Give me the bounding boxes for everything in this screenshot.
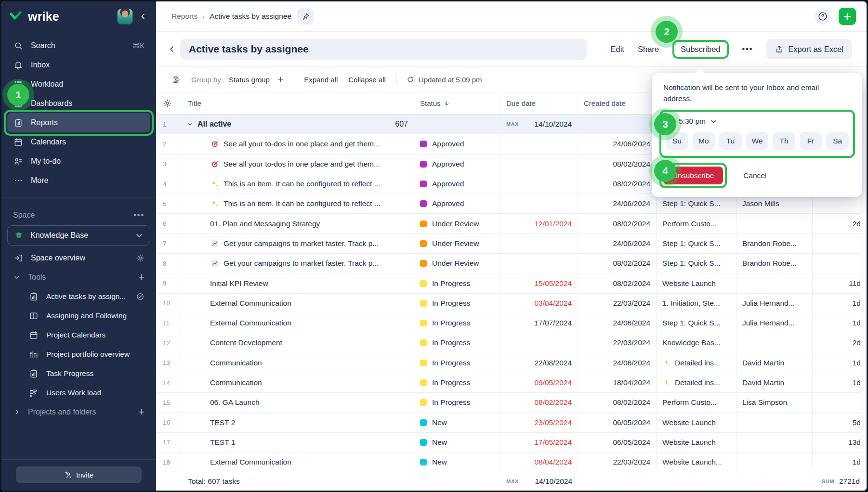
column-header-due-date[interactable]: Due date	[500, 92, 578, 114]
status-cell[interactable]: New	[414, 433, 500, 452]
report-title-input[interactable]: Active tasks by assignee	[180, 39, 587, 60]
title-cell[interactable]: 06. GA Launch	[181, 393, 414, 412]
sidebar-item-more[interactable]: More	[7, 171, 150, 190]
sidebar-item-projects-and-folders[interactable]: Projects and folders +	[7, 402, 150, 422]
day-button-tu[interactable]: Tu	[719, 132, 742, 150]
sidebar-tool-active-tasks[interactable]: Active tasks by assign...	[7, 287, 150, 306]
status-cell[interactable]: Approved	[414, 134, 500, 154]
task-row[interactable]: 601. Plan and Messaging StrategyUnder Re…	[156, 214, 867, 233]
sidebar-item-reports[interactable]: Reports	[7, 113, 150, 132]
collapse-sidebar-icon[interactable]	[139, 12, 147, 21]
status-cell[interactable]: In Progress	[414, 294, 500, 313]
task-row[interactable]: 14CommunicationIn Progress09/05/202418/0…	[156, 373, 867, 393]
status-cell[interactable]: Approved	[414, 174, 500, 194]
task-row[interactable]: 18External CommunicationNew08/04/202422/…	[156, 453, 867, 472]
group-title-cell[interactable]: All active607	[181, 115, 414, 134]
task-row[interactable]: 5This is an item. It can be configured t…	[156, 194, 867, 214]
notification-time-selector[interactable]: 5:30 pm	[666, 116, 849, 126]
status-cell[interactable]: Under Review	[414, 214, 500, 233]
title-cell[interactable]: See all your to-dos in one place and get…	[181, 155, 414, 174]
create-new-button[interactable]: +	[839, 8, 856, 25]
task-row[interactable]: 8Get your campaigns to market faster. Tr…	[156, 254, 867, 273]
status-cell[interactable]: In Progress	[414, 353, 500, 373]
title-cell[interactable]: Initial KPI Review	[181, 273, 414, 293]
task-row[interactable]: 11External CommunicationIn Progress17/07…	[156, 313, 867, 333]
title-cell[interactable]: Communication	[181, 353, 414, 373]
day-button-we[interactable]: We	[746, 132, 769, 150]
help-button[interactable]	[815, 8, 831, 25]
title-cell[interactable]: Get your campaigns to market faster. Tra…	[181, 254, 414, 273]
day-button-th[interactable]: Th	[773, 132, 795, 150]
title-cell[interactable]: External Communication	[181, 294, 414, 313]
share-button[interactable]: Share	[638, 45, 659, 54]
user-avatar[interactable]	[117, 9, 133, 25]
sidebar-item-my-todo[interactable]: My to-do	[7, 152, 150, 171]
subscribed-button[interactable]: Subscribed	[672, 40, 729, 59]
back-button[interactable]	[164, 39, 180, 60]
export-excel-button[interactable]: Export as Excel	[766, 39, 852, 59]
sidebar-item-tools[interactable]: Tools +	[7, 268, 150, 287]
title-cell[interactable]: Content Development	[181, 333, 414, 352]
wrike-logo[interactable]: wrike	[10, 10, 59, 24]
pin-button[interactable]	[297, 8, 314, 25]
day-button-sa[interactable]: Sa	[826, 132, 849, 150]
sidebar-item-calendars[interactable]: Calendars	[7, 132, 150, 152]
title-cell[interactable]: See all your to-dos in one place and get…	[181, 134, 414, 154]
sidebar-item-search[interactable]: Search⌘K	[7, 36, 150, 55]
sidebar-item-space-overview[interactable]: Space overview	[7, 248, 150, 268]
space-more-icon[interactable]: •••	[133, 211, 145, 220]
add-grouping-button[interactable]: +	[277, 74, 283, 85]
sidebar-tool-assigning[interactable]: Assigning and Following	[7, 306, 150, 325]
more-actions-button[interactable]: •••	[742, 45, 753, 53]
group-by-value[interactable]: Status group	[229, 76, 270, 84]
table-settings-cell[interactable]	[156, 92, 181, 114]
space-selector[interactable]: Knowledge Base	[7, 225, 150, 246]
title-cell[interactable]: 01. Plan and Messaging Strategy	[181, 214, 414, 233]
task-row[interactable]: 1506. GA LaunchIn Progress08/02/202408/0…	[156, 393, 867, 413]
expand-all-button[interactable]: Expand all	[304, 76, 338, 84]
sidebar-item-inbox[interactable]: Inbox	[7, 55, 150, 75]
title-cell[interactable]: TEST 2	[181, 413, 414, 432]
status-cell[interactable]: New	[414, 453, 500, 472]
sidebar-tool-project-calendars[interactable]: Project Calendars	[7, 325, 150, 345]
task-row[interactable]: 12Content DevelopmentIn Progress22/03/20…	[156, 333, 867, 353]
collapse-all-button[interactable]: Collapse all	[348, 76, 386, 84]
task-row[interactable]: 17TEST 1New17/05/202406/05/2024Website L…	[156, 433, 867, 453]
status-cell[interactable]: In Progress	[414, 373, 500, 392]
task-row[interactable]: 16TEST 2New23/05/202406/05/2024Website L…	[156, 413, 867, 432]
title-cell[interactable]: External Communication	[181, 453, 414, 472]
cancel-button[interactable]: Cancel	[743, 171, 766, 180]
status-cell[interactable]: Approved	[414, 194, 500, 213]
invite-button[interactable]: Invite	[16, 466, 142, 483]
sidebar-tool-users-workload[interactable]: Users Work load	[7, 383, 150, 402]
day-button-fr[interactable]: Fr	[800, 132, 822, 150]
add-project-icon[interactable]: +	[138, 406, 145, 418]
collapse-group-icon[interactable]	[187, 121, 193, 128]
status-cell[interactable]: Under Review	[414, 234, 500, 253]
status-cell[interactable]: In Progress	[414, 333, 500, 352]
column-header-title[interactable]: Title	[181, 92, 414, 114]
task-row[interactable]: 13CommunicationIn Progress22/08/202424/0…	[156, 353, 867, 373]
title-cell[interactable]: Get your campaigns to market faster. Tra…	[181, 234, 414, 253]
column-header-created-date[interactable]: Created date	[578, 92, 657, 114]
title-cell[interactable]: This is an item. It can be configured to…	[181, 174, 414, 194]
title-cell[interactable]: This is an item. It can be configured to…	[181, 194, 414, 213]
sidebar-tool-task-progress[interactable]: Task Progress	[7, 364, 150, 383]
task-row[interactable]: 10External CommunicationIn Progress03/04…	[156, 294, 867, 313]
title-cell[interactable]: TEST 1	[181, 433, 414, 452]
add-tool-icon[interactable]: +	[138, 271, 145, 284]
title-cell[interactable]: External Communication	[181, 313, 414, 333]
status-cell[interactable]: In Progress	[414, 313, 500, 333]
status-cell[interactable]: New	[414, 413, 500, 432]
title-cell[interactable]: Communication	[181, 373, 414, 392]
status-cell[interactable]: In Progress	[414, 393, 500, 412]
task-row[interactable]: 7Get your campaigns to market faster. Tr…	[156, 234, 867, 254]
task-row[interactable]: 9Initial KPI ReviewIn Progress15/05/2024…	[156, 273, 867, 293]
edit-button[interactable]: Edit	[611, 45, 624, 54]
status-cell[interactable]: Approved	[414, 155, 500, 174]
gear-icon[interactable]	[136, 254, 145, 262]
refresh-status[interactable]: Updated at 5:09 pm	[407, 76, 482, 84]
day-button-mo[interactable]: Mo	[693, 132, 715, 150]
column-header-status[interactable]: Status	[414, 92, 500, 114]
status-cell[interactable]: Under Review	[414, 254, 500, 273]
